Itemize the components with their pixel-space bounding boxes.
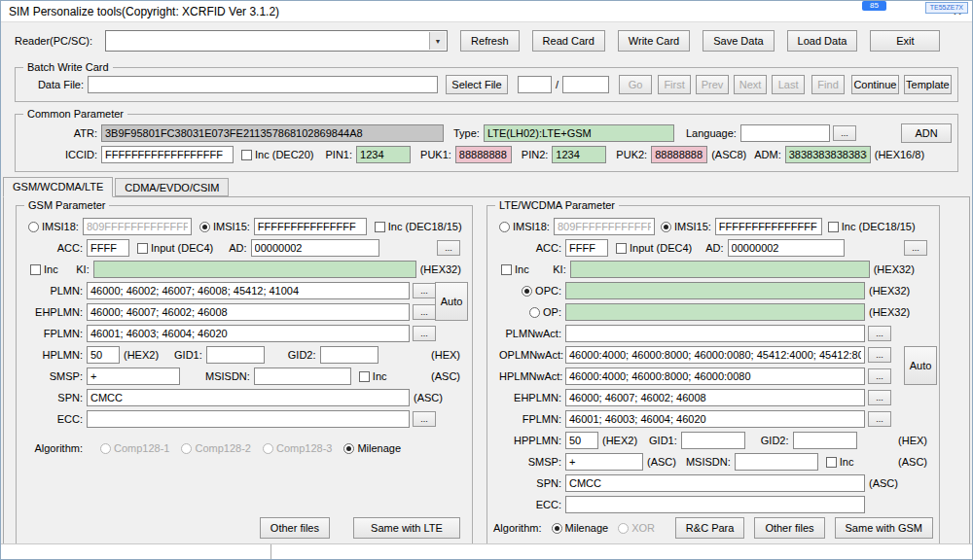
gsm-acc-input[interactable] — [87, 239, 129, 257]
gsm-other-files-button[interactable]: Other files — [260, 517, 330, 539]
find-button[interactable]: Find — [811, 75, 845, 94]
prev-button[interactable]: Prev — [696, 75, 729, 94]
gsm-comp128-2-radio[interactable] — [181, 443, 192, 454]
lte-ki-input[interactable] — [570, 261, 870, 278]
data-file-input[interactable] — [88, 76, 438, 93]
first-button[interactable]: First — [658, 75, 691, 94]
lte-spn-input[interactable] — [565, 474, 865, 492]
lte-hplmnwact-browse-button[interactable]: ... — [868, 368, 891, 384]
lte-ad-browse-button[interactable]: ... — [904, 240, 927, 256]
gsm-plmn-input[interactable] — [87, 282, 410, 299]
language-input[interactable] — [740, 124, 830, 142]
reader-select[interactable]: ▼ — [105, 30, 448, 52]
gsm-imsi18-radio[interactable] — [28, 222, 39, 232]
gsm-milenage-radio[interactable] — [343, 443, 354, 454]
gsm-imsi-inc-checkbox[interactable] — [375, 222, 385, 232]
exit-button[interactable]: Exit — [870, 30, 940, 52]
iccid-inc-checkbox[interactable] — [241, 150, 252, 160]
lte-msisdn-inc-checkbox[interactable] — [826, 457, 837, 468]
lte-opc-radio[interactable] — [522, 286, 532, 297]
gsm-imsi15-input[interactable] — [254, 218, 367, 235]
next-button[interactable]: Next — [734, 75, 767, 94]
gsm-imsi18-input[interactable] — [83, 218, 192, 235]
record-index-input[interactable] — [518, 76, 552, 93]
gsm-auto-button[interactable]: Auto — [435, 282, 468, 321]
lte-imsi-inc-checkbox[interactable] — [828, 222, 839, 232]
gsm-hplmn-input[interactable] — [87, 346, 120, 364]
gsm-ehplmn-input[interactable] — [87, 303, 410, 321]
gsm-comp128-1-radio[interactable] — [100, 443, 111, 454]
template-button[interactable]: Template — [904, 75, 952, 94]
gsm-plmn-browse-button[interactable]: ... — [413, 283, 436, 298]
lte-oplmnwact-browse-button[interactable]: ... — [868, 347, 891, 363]
write-card-button[interactable]: Write Card — [618, 30, 690, 52]
save-data-button[interactable]: Save Data — [703, 30, 774, 52]
lte-imsi15-radio[interactable] — [661, 222, 671, 232]
adn-button[interactable]: ADN — [901, 123, 952, 143]
lte-fplmn-browse-button[interactable]: ... — [868, 411, 891, 427]
gsm-ecc-input[interactable] — [87, 410, 410, 428]
lte-hplmnwact-input[interactable] — [565, 368, 865, 385]
gsm-msisdn-input[interactable] — [254, 368, 351, 385]
lte-smsp-input[interactable] — [565, 453, 643, 471]
gsm-msisdn-inc-checkbox[interactable] — [359, 371, 370, 382]
tab-cdma-evdo-csim[interactable]: CDMA/EVDO/CSIM — [115, 178, 229, 196]
puk1-input[interactable] — [455, 146, 512, 163]
refresh-button[interactable]: Refresh — [460, 30, 520, 52]
lte-imsi18-radio[interactable] — [499, 222, 510, 232]
lte-msisdn-input[interactable] — [735, 453, 818, 471]
gsm-fplmn-browse-button[interactable]: ... — [413, 326, 436, 341]
iccid-input[interactable] — [101, 146, 234, 163]
puk2-input[interactable] — [651, 146, 707, 163]
pin2-input[interactable] — [552, 146, 606, 163]
pin1-input[interactable] — [356, 146, 411, 163]
lte-milenage-radio[interactable] — [552, 523, 562, 534]
lte-ad-input[interactable] — [728, 239, 845, 257]
lte-gid1-input[interactable] — [681, 432, 745, 449]
gsm-gid1-input[interactable] — [206, 346, 265, 364]
lte-gid2-input[interactable] — [793, 432, 857, 449]
lte-plmnwact-input[interactable] — [565, 325, 865, 342]
gsm-ki-input[interactable] — [93, 261, 416, 278]
lte-oplmnwact-input[interactable] — [565, 346, 865, 364]
lte-plmnwact-browse-button[interactable]: ... — [868, 326, 891, 341]
load-data-button[interactable]: Load Data — [787, 30, 858, 52]
record-total-input[interactable] — [562, 76, 609, 93]
last-button[interactable]: Last — [772, 75, 805, 94]
select-file-button[interactable]: Select File — [446, 75, 508, 94]
lte-auto-button[interactable]: Auto — [904, 346, 937, 385]
lte-hpplmn-input[interactable] — [565, 432, 598, 449]
lte-opc-input[interactable] — [565, 282, 865, 299]
go-button[interactable]: Go — [619, 75, 652, 94]
lte-same-with-gsm-button[interactable]: Same with GSM — [835, 517, 933, 539]
lte-ehplmn-browse-button[interactable]: ... — [868, 390, 891, 405]
lte-op-input[interactable] — [565, 303, 865, 321]
language-browse-button[interactable]: ... — [833, 125, 856, 141]
gsm-imsi15-radio[interactable] — [199, 222, 210, 232]
gsm-ehplmn-browse-button[interactable]: ... — [413, 304, 436, 320]
gsm-ad-input[interactable] — [251, 239, 379, 257]
gsm-fplmn-input[interactable] — [87, 325, 410, 342]
read-card-button[interactable]: Read Card — [532, 30, 605, 52]
lte-ecc-input[interactable] — [565, 496, 865, 513]
lte-imsi15-input[interactable] — [715, 218, 822, 235]
tab-gsm-wcdma-lte[interactable]: GSM/WCDMA/LTE — [3, 177, 113, 197]
lte-op-radio[interactable] — [529, 307, 540, 318]
lte-imsi18-input[interactable] — [554, 218, 655, 235]
gsm-smsp-input[interactable] — [87, 368, 180, 385]
dropdown-arrow-icon[interactable]: ▼ — [429, 32, 446, 50]
lte-rc-para-button[interactable]: R&C Para — [675, 517, 745, 539]
gsm-comp128-3-radio[interactable] — [263, 443, 273, 454]
gsm-spn-input[interactable] — [87, 389, 410, 406]
lte-other-files-button[interactable]: Other files — [754, 517, 824, 539]
adm-input[interactable] — [785, 146, 871, 163]
gsm-ki-inc-checkbox[interactable] — [30, 264, 41, 275]
lte-ehplmn-input[interactable] — [565, 389, 865, 406]
lte-acc-input-dec4-checkbox[interactable] — [616, 243, 627, 254]
lte-xor-radio[interactable] — [618, 523, 629, 534]
gsm-ad-browse-button[interactable]: ... — [437, 240, 460, 256]
lte-fplmn-input[interactable] — [565, 410, 865, 428]
gsm-gid2-input[interactable] — [320, 346, 378, 364]
gsm-same-with-lte-button[interactable]: Same with LTE — [353, 517, 460, 539]
gsm-ecc-browse-button[interactable]: ... — [413, 411, 436, 427]
